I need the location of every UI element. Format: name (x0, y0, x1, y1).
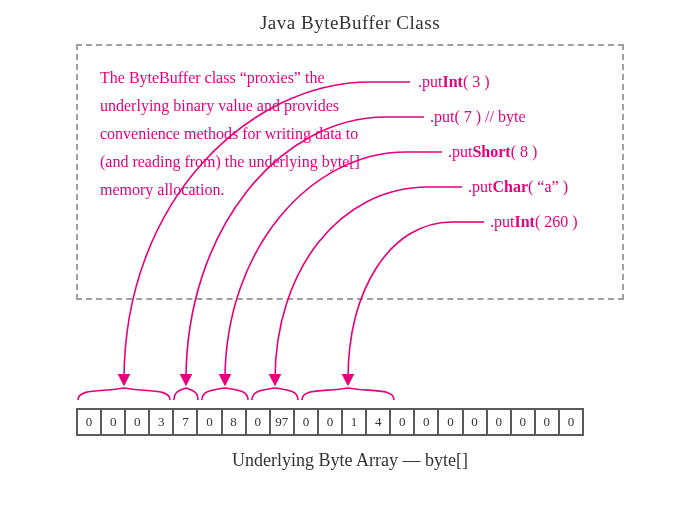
method-call-0: .putInt( 3 ) (418, 73, 490, 91)
byte-cell: 0 (196, 408, 222, 436)
method-call-4: .putInt( 260 ) (490, 213, 578, 231)
byte-cell: 4 (365, 408, 391, 436)
byte-cell: 7 (172, 408, 198, 436)
byte-cell: 1 (341, 408, 367, 436)
byte-cell: 0 (317, 408, 343, 436)
method-call-1: .put( 7 ) // byte (430, 108, 526, 126)
byte-cell: 3 (148, 408, 174, 436)
byte-cell: 8 (221, 408, 247, 436)
byte-cell: 0 (76, 408, 102, 436)
byte-cell: 0 (100, 408, 126, 436)
byte-cell: 0 (486, 408, 512, 436)
byte-cell: 0 (558, 408, 584, 436)
byte-cell: 0 (413, 408, 439, 436)
byte-cell: 0 (462, 408, 488, 436)
diagram-title: Java ByteBuffer Class (0, 12, 700, 34)
description-text: The ByteBuffer class “proxies” the under… (100, 64, 360, 204)
byte-cell: 0 (510, 408, 536, 436)
byte-cell: 0 (389, 408, 415, 436)
byte-cell: 0 (124, 408, 150, 436)
bottom-label: Underlying Byte Array — byte[] (0, 450, 700, 471)
method-call-2: .putShort( 8 ) (448, 143, 537, 161)
byte-cell: 0 (293, 408, 319, 436)
byte-cell: 0 (534, 408, 560, 436)
byte-cell: 97 (269, 408, 295, 436)
byte-array: 0003708097001400000000 (76, 408, 584, 436)
byte-cell: 0 (245, 408, 271, 436)
byte-cell: 0 (437, 408, 463, 436)
method-call-3: .putChar( “a” ) (468, 178, 568, 196)
